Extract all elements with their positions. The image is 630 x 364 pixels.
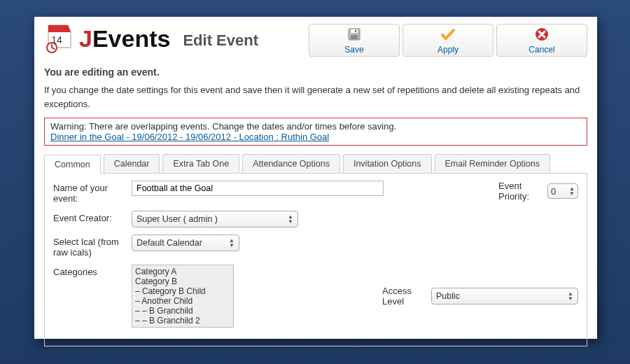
edit-event-panel: 14 JEvents Edit Event Save xyxy=(34,17,597,339)
tab-extra-tab-one[interactable]: Extra Tab One xyxy=(162,154,239,173)
tab-email-reminder-options[interactable]: Email Reminder Options xyxy=(435,154,550,173)
warning-text: Warning: There are overlapping events. C… xyxy=(50,121,581,132)
save-button[interactable]: Save xyxy=(309,24,400,57)
chevron-updown-icon: ▲▼ xyxy=(288,214,293,224)
chevron-updown-icon: ▲▼ xyxy=(568,291,573,301)
event-creator-select[interactable]: Super User ( admin ) ▲▼ xyxy=(132,211,298,227)
svg-rect-9 xyxy=(355,30,356,32)
tab-attendance-options[interactable]: Attendance Options xyxy=(242,154,340,173)
categories-listbox[interactable]: Category A Category B – Category B Child… xyxy=(132,265,234,328)
calendar-icon: 14 xyxy=(44,24,74,53)
brand-text: JEvents xyxy=(79,25,170,52)
tabs: Common Calendar Extra Tab One Attendance… xyxy=(44,154,587,174)
categories-label: Categories xyxy=(53,265,132,277)
tab-invitation-options[interactable]: Invitation Options xyxy=(343,154,432,173)
access-level-label: Access Level xyxy=(382,286,424,307)
chevron-updown-icon: ▲▼ xyxy=(229,238,234,248)
close-icon xyxy=(503,27,581,41)
list-item[interactable]: – Category B Child xyxy=(135,286,230,296)
cancel-button[interactable]: Cancel xyxy=(496,24,587,57)
svg-marker-1 xyxy=(48,25,71,32)
list-item[interactable]: Category A xyxy=(135,267,230,276)
warning-box: Warning: There are overlapping events. C… xyxy=(44,118,587,146)
toolbar: Save Apply Cancel xyxy=(309,24,587,57)
save-icon xyxy=(315,27,393,41)
form-area: Name of your event: Event Priority: 0 ▲▼… xyxy=(44,174,587,346)
stepper-arrows-icon: ▲▼ xyxy=(569,186,575,196)
ical-select[interactable]: Default Calendar ▲▼ xyxy=(132,234,239,251)
event-creator-label: Event Creator: xyxy=(53,211,132,223)
tab-common[interactable]: Common xyxy=(44,155,101,174)
event-priority-stepper[interactable]: 0 ▲▼ xyxy=(547,183,578,199)
header-row: 14 JEvents Edit Event Save xyxy=(44,24,587,57)
event-name-input[interactable] xyxy=(132,181,384,196)
svg-rect-7 xyxy=(351,29,358,33)
event-priority-label: Event Priority: xyxy=(498,181,540,202)
warning-link[interactable]: Dinner in the Goal - 19/06/2012 - 19/06/… xyxy=(50,132,329,142)
list-item[interactable]: Category B xyxy=(135,276,230,286)
apply-button[interactable]: Apply xyxy=(402,24,493,57)
editing-paragraph: If you change the date settings for this… xyxy=(44,83,587,111)
brand: 14 JEvents xyxy=(44,24,170,53)
tab-calendar[interactable]: Calendar xyxy=(104,154,160,173)
svg-rect-8 xyxy=(351,35,358,39)
check-icon xyxy=(409,27,487,41)
event-name-label: Name of your event: xyxy=(53,181,132,204)
editing-subhead: You are editing an event. xyxy=(44,66,587,78)
list-item[interactable]: – – B Granchild xyxy=(135,306,230,316)
ical-label: Select Ical (from raw icals) xyxy=(53,234,132,258)
list-item[interactable]: – Another Child xyxy=(135,296,230,306)
access-level-select[interactable]: Public ▲▼ xyxy=(431,288,578,304)
list-item[interactable]: – – B Granchild 2 xyxy=(135,316,230,326)
page-title: Edit Event xyxy=(183,31,258,50)
